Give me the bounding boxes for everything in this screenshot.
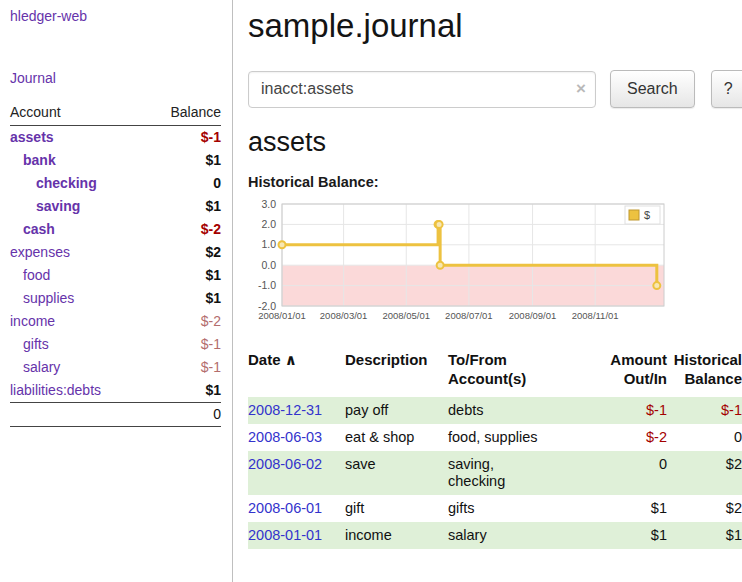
search-box: ×	[248, 71, 596, 108]
svg-text:1.0: 1.0	[261, 238, 276, 250]
account-balance: $-1	[201, 129, 221, 146]
register-header-row: Date ∧ Description To/From Account(s) Am…	[248, 350, 742, 397]
transaction-balance: $2	[667, 495, 742, 522]
clear-search-icon[interactable]: ×	[576, 79, 586, 99]
register-row: 2008-12-31 pay off debts $-1 $-1	[248, 397, 742, 424]
app-title-link[interactable]: hledger-web	[10, 8, 221, 24]
column-header-description: Description	[345, 350, 448, 397]
register-row: 2008-06-01 gift gifts $1 $2	[248, 495, 742, 522]
svg-text:2008/01/01: 2008/01/01	[258, 310, 306, 321]
transaction-amount: $-1	[581, 397, 667, 424]
account-row: assets $-1	[10, 126, 221, 149]
account-row: liabilities:debts $1	[10, 379, 221, 402]
sort-asc-icon: ∧	[285, 351, 297, 368]
transaction-date-link[interactable]: 2008-06-03	[248, 429, 322, 445]
transaction-balance: $-1	[667, 397, 742, 424]
column-header-historical-balance: Historical Balance	[667, 350, 742, 397]
account-row: income $-2	[10, 310, 221, 333]
svg-text:2008/07/01: 2008/07/01	[445, 310, 493, 321]
account-heading: assets	[248, 126, 742, 158]
account-row: cash $-2	[10, 218, 221, 241]
account-balance: $1	[205, 290, 221, 307]
account-balance: $-1	[201, 359, 221, 376]
account-link-assets[interactable]: assets	[10, 129, 54, 146]
svg-text:2008/03/01: 2008/03/01	[320, 310, 368, 321]
account-row: supplies $1	[10, 287, 221, 310]
account-link-bank[interactable]: bank	[10, 152, 56, 169]
svg-text:2008/09/01: 2008/09/01	[509, 310, 557, 321]
account-row: food $1	[10, 264, 221, 287]
account-balance: $-1	[201, 336, 221, 353]
svg-text:0.0: 0.0	[261, 259, 276, 271]
transaction-date-link[interactable]: 2008-01-01	[248, 527, 322, 543]
register-row: 2008-06-02 save saving, checking 0 $2	[248, 451, 742, 495]
account-link-income[interactable]: income	[10, 313, 55, 330]
account-balance: $-2	[201, 221, 221, 238]
column-header-accounts: To/From Account(s)	[448, 350, 581, 397]
register-row: 2008-06-03 eat & shop food, supplies $-2…	[248, 424, 742, 451]
page-title: sample.journal	[248, 6, 742, 46]
account-row: expenses $2	[10, 241, 221, 264]
svg-text:2.0: 2.0	[261, 218, 276, 230]
accounts-total-balance: 0	[213, 406, 221, 422]
transaction-amount: $1	[581, 495, 667, 522]
account-column-header: Account	[10, 104, 61, 120]
account-balance: $1	[205, 267, 221, 284]
account-row: bank $1	[10, 149, 221, 172]
account-row: checking 0	[10, 172, 221, 195]
svg-text:3.0: 3.0	[261, 198, 276, 210]
svg-text:2008/11/01: 2008/11/01	[572, 310, 619, 321]
search-bar: × Search ?	[248, 70, 742, 108]
transaction-date-link[interactable]: 2008-06-01	[248, 500, 322, 516]
chart-title: Historical Balance:	[248, 174, 742, 190]
search-input[interactable]	[248, 71, 596, 108]
column-header-date[interactable]: Date ∧	[248, 350, 345, 397]
transaction-amount: $-2	[581, 424, 667, 451]
account-link-cash[interactable]: cash	[10, 221, 55, 238]
account-link-liabilities-debts[interactable]: liabilities:debts	[10, 382, 101, 399]
account-row: salary $-1	[10, 356, 221, 379]
account-link-gifts[interactable]: gifts	[10, 336, 49, 353]
register-row: 2008-01-01 income salary $1 $1	[248, 522, 742, 549]
account-balance: $1	[205, 152, 221, 169]
sidebar: hledger-web Journal Account Balance asse…	[0, 0, 233, 582]
account-balance: 0	[213, 175, 221, 192]
register-table: Date ∧ Description To/From Account(s) Am…	[248, 350, 742, 549]
account-link-saving[interactable]: saving	[10, 198, 80, 215]
search-button[interactable]: Search	[610, 70, 695, 108]
transaction-description: pay off	[345, 397, 448, 424]
help-button[interactable]: ?	[711, 70, 742, 108]
transaction-description: eat & shop	[345, 424, 448, 451]
transaction-accounts: debts	[448, 397, 581, 424]
transaction-amount: 0	[581, 451, 667, 495]
transaction-date-link[interactable]: 2008-12-31	[248, 402, 322, 418]
transaction-accounts: saving, checking	[448, 451, 581, 495]
historical-balance-chart: 3.02.01.00.0-1.0-2.02008/01/012008/03/01…	[248, 196, 668, 336]
transaction-amount: $1	[581, 522, 667, 549]
transaction-description: income	[345, 522, 448, 549]
account-link-salary[interactable]: salary	[10, 359, 60, 376]
transaction-balance: $1	[667, 522, 742, 549]
account-row: saving $1	[10, 195, 221, 218]
account-link-checking[interactable]: checking	[10, 175, 97, 192]
svg-text:$: $	[644, 209, 650, 221]
transaction-description: save	[345, 451, 448, 495]
transaction-accounts: gifts	[448, 495, 581, 522]
accounts-total-row: 0	[10, 402, 221, 427]
transaction-balance: 0	[667, 424, 742, 451]
account-balance: $2	[205, 244, 221, 261]
balance-column-header: Balance	[170, 104, 221, 120]
svg-text:-1.0: -1.0	[258, 279, 276, 291]
transaction-description: gift	[345, 495, 448, 522]
transaction-balance: $2	[667, 451, 742, 495]
account-link-food[interactable]: food	[10, 267, 50, 284]
transaction-accounts: food, supplies	[448, 424, 581, 451]
sidebar-item-journal[interactable]: Journal	[10, 70, 221, 86]
transaction-date-link[interactable]: 2008-06-02	[248, 456, 322, 472]
account-link-supplies[interactable]: supplies	[10, 290, 74, 307]
account-row: gifts $-1	[10, 333, 221, 356]
accounts-table: Account Balance assets $-1 bank $1 check…	[10, 102, 221, 427]
account-balance: $1	[205, 198, 221, 215]
account-link-expenses[interactable]: expenses	[10, 244, 70, 261]
svg-text:2008/05/01: 2008/05/01	[382, 310, 430, 321]
